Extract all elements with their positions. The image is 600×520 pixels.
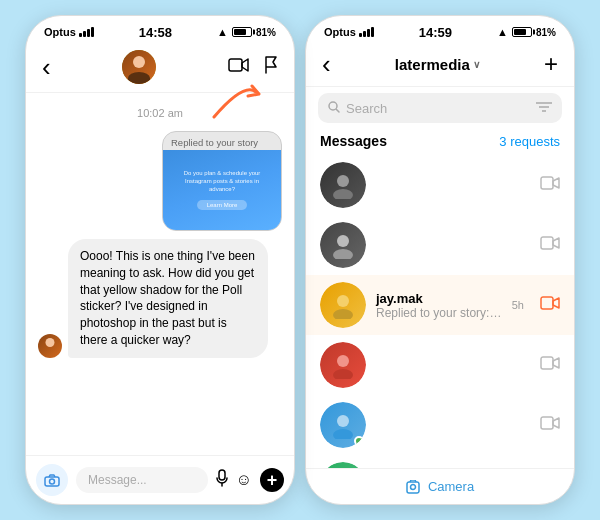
svg-rect-0 <box>229 59 242 71</box>
contact-avatar[interactable] <box>122 50 156 84</box>
camera-bottom-bar: Camera <box>306 468 574 504</box>
emoji-icon[interactable]: ☺ <box>236 471 252 489</box>
svg-point-19 <box>337 355 349 367</box>
dm-item[interactable] <box>306 155 574 215</box>
dm-item[interactable] <box>306 335 574 395</box>
dm-avatar <box>320 402 366 448</box>
right-battery-pct: 81% <box>536 27 556 38</box>
requests-link[interactable]: 3 requests <box>499 134 560 149</box>
dm-camera-icon[interactable] <box>540 355 560 376</box>
sender-avatar <box>38 334 62 358</box>
svg-rect-31 <box>407 482 419 493</box>
svg-point-14 <box>333 249 353 259</box>
dm-camera-icon[interactable] <box>540 415 560 436</box>
dm-camera-icon[interactable] <box>540 175 560 196</box>
messages-header: Messages 3 requests <box>306 129 574 155</box>
signal-bar-4 <box>91 27 94 37</box>
dm-avatar <box>320 342 366 388</box>
chat-area: 10:02 am Replied to your story Do you pl… <box>26 93 294 455</box>
right-carrier: Optus <box>324 26 356 38</box>
chat-input-bar: Message... ☺ + <box>26 455 294 504</box>
dm-item[interactable] <box>306 455 574 468</box>
phones-container: Optus 14:58 ▲ 81% <box>15 5 585 515</box>
dm-name: jay.mak <box>376 291 502 306</box>
svg-rect-3 <box>219 470 225 480</box>
camera-button[interactable] <box>36 464 68 496</box>
contact-avatar-img <box>122 50 156 84</box>
dm-item[interactable] <box>306 215 574 275</box>
dm-item-jaymak[interactable]: jay.mak Replied to your story: Oooo!... … <box>306 275 574 335</box>
mic-icon[interactable] <box>216 469 228 491</box>
story-reply-label: Replied to your story <box>163 132 281 150</box>
right-battery-fill <box>514 29 526 35</box>
story-card-text: Do you plan & schedule your Instagram po… <box>182 170 262 193</box>
left-battery-fill <box>234 29 246 35</box>
svg-point-10 <box>337 175 349 187</box>
story-reply-card: Replied to your story Do you plan & sche… <box>162 131 282 231</box>
left-wifi-icon: ▲ <box>217 26 228 38</box>
right-status-right: ▲ 81% <box>497 26 556 38</box>
message-bubble: Oooo! This is one thing I've been meanin… <box>68 239 268 358</box>
dm-camera-icon[interactable] <box>540 235 560 256</box>
inbox-title-area[interactable]: latermedia ∨ <box>395 56 480 73</box>
right-signal-bar-2 <box>363 31 366 37</box>
signal-bar-2 <box>83 31 86 37</box>
svg-line-6 <box>337 110 340 113</box>
right-wifi-icon: ▲ <box>497 26 508 38</box>
signal-bar-1 <box>79 33 82 37</box>
right-battery-icon <box>512 27 532 37</box>
svg-point-16 <box>337 295 349 307</box>
dm-preview: Replied to your story: Oooo!... <box>376 306 502 320</box>
right-signal <box>359 27 374 37</box>
search-bar[interactable]: Search <box>318 93 562 123</box>
online-indicator <box>354 436 364 446</box>
svg-point-17 <box>333 309 353 319</box>
flag-icon[interactable] <box>264 56 278 79</box>
svg-point-2 <box>50 479 55 484</box>
right-signal-bar-4 <box>371 27 374 37</box>
svg-rect-12 <box>541 177 553 189</box>
left-time: 14:58 <box>139 25 172 40</box>
right-signal-bar-1 <box>359 33 362 37</box>
svg-point-13 <box>337 235 349 247</box>
search-placeholder: Search <box>346 101 530 116</box>
dm-avatar <box>320 222 366 268</box>
plus-icon[interactable]: + <box>260 468 284 492</box>
right-phone: Optus 14:59 ▲ 81% <box>305 15 575 505</box>
svg-point-20 <box>333 369 353 379</box>
message-input[interactable]: Message... <box>76 467 208 493</box>
right-battery <box>512 27 532 37</box>
new-message-button[interactable]: + <box>544 50 558 78</box>
dm-info: jay.mak Replied to your story: Oooo!... <box>376 291 502 320</box>
dm-item[interactable] <box>306 395 574 455</box>
title-chevron-icon: ∨ <box>473 59 480 70</box>
svg-rect-18 <box>541 297 553 309</box>
story-card-inner: Do you plan & schedule your Instagram po… <box>163 150 281 230</box>
svg-point-5 <box>329 102 337 110</box>
left-header: ‹ <box>26 44 294 93</box>
signal-bar-3 <box>87 29 90 37</box>
left-battery-icon <box>232 27 252 37</box>
filter-icon[interactable] <box>536 99 552 117</box>
dm-camera-icon[interactable] <box>540 295 560 316</box>
camera-label: Camera <box>428 479 474 494</box>
header-icons <box>228 56 278 79</box>
right-status-bar: Optus 14:59 ▲ 81% <box>306 16 574 44</box>
svg-point-32 <box>410 484 415 489</box>
svg-point-11 <box>333 189 353 199</box>
left-signal <box>79 27 94 37</box>
messages-title: Messages <box>320 133 387 149</box>
right-header: ‹ latermedia ∨ + <box>306 44 574 87</box>
dm-avatar-img <box>320 282 366 328</box>
back-button[interactable]: ‹ <box>42 54 51 80</box>
camera-bottom-button[interactable]: Camera <box>406 479 474 494</box>
video-call-icon[interactable] <box>228 57 250 78</box>
input-icons: ☺ + <box>216 468 284 492</box>
dm-avatar-img <box>320 222 366 268</box>
right-back-button[interactable]: ‹ <box>322 51 331 77</box>
right-signal-bars <box>359 27 374 37</box>
signal-bars <box>79 27 94 37</box>
inbox-title: latermedia <box>395 56 470 73</box>
dm-avatar-img <box>320 342 366 388</box>
message-timestamp: 10:02 am <box>38 107 282 119</box>
